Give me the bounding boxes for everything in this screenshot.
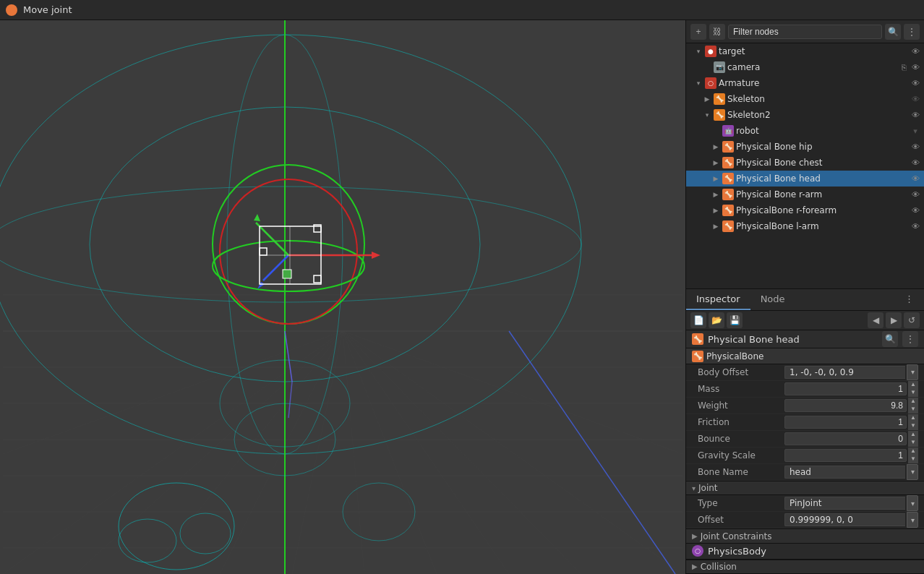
new-script-btn[interactable]: 📄 <box>690 312 706 328</box>
tree-item-target[interactable]: ▾ ● target 👁 <box>686 43 924 59</box>
tab-more[interactable]: ⋮ <box>894 289 924 310</box>
body-offset-dropdown[interactable]: ▾ <box>907 364 918 380</box>
camera-label: camera <box>727 62 898 72</box>
mass-input[interactable] <box>784 382 907 395</box>
save-script-btn[interactable]: 💾 <box>727 312 743 328</box>
weight-input[interactable] <box>784 399 907 412</box>
physicalbone-section-icon: 🦴 <box>692 351 703 362</box>
inspector-toolbar: 📄 📂 💾 ◀ ▶ ↺ <box>686 311 924 330</box>
expand-bone-hip[interactable]: ▶ <box>711 142 720 151</box>
tree-item-skeleton[interactable]: ▶ 🦴 Skeleton 👁 <box>686 91 924 107</box>
friction-down[interactable]: ▼ <box>908 422 918 430</box>
expand-bone-head[interactable]: ▶ <box>711 174 720 183</box>
expand-target[interactable]: ▾ <box>694 47 703 56</box>
bone-rforearm-visibility[interactable]: 👁 <box>910 205 921 216</box>
camera-visibility[interactable]: 👁 <box>910 61 921 73</box>
tree-item-skeleton2[interactable]: ▾ 🦴 Skeleton2 👁 <box>686 107 924 123</box>
bone-hip-visibility[interactable]: 👁 <box>910 141 921 153</box>
expand-bone-rarm[interactable]: ▶ <box>711 190 720 199</box>
property-mass: Mass ▲ ▼ <box>686 381 924 398</box>
tree-item-robot[interactable]: 🤖 robot ▾ <box>686 123 924 139</box>
link-node-button[interactable]: ⛓ <box>709 24 725 40</box>
viewport-canvas <box>0 20 685 574</box>
bone-rforearm-label: PhysicalBone r-forearm <box>736 205 910 215</box>
tab-node[interactable]: Node <box>750 289 795 310</box>
tree-item-bone-rforearm[interactable]: ▶ 🦴 PhysicalBone r-forearm 👁 <box>686 202 924 218</box>
gravity-scale-arrows: ▲ ▼ <box>908 447 918 463</box>
tree-item-bone-rarm[interactable]: ▶ 🦴 Physical Bone r-arm 👁 <box>686 187 924 202</box>
expand-bone-larm[interactable]: ▶ <box>711 222 720 231</box>
collision-divider[interactable]: ▶ Collision <box>686 560 924 574</box>
skeleton-visibility[interactable]: 👁 <box>910 93 921 105</box>
filter-input[interactable] <box>728 25 882 39</box>
armature-visibility[interactable]: 👁 <box>910 77 921 89</box>
options-button[interactable]: ⋮ <box>904 24 920 40</box>
bone-name-dropdown[interactable]: ▾ <box>907 464 918 480</box>
weight-down[interactable]: ▼ <box>908 406 918 414</box>
bounce-down[interactable]: ▼ <box>908 439 918 447</box>
friction-arrows: ▲ ▼ <box>908 414 918 430</box>
gravity-scale-up[interactable]: ▲ <box>908 447 918 455</box>
bone-larm-icon: 🦴 <box>722 220 734 232</box>
bounce-up[interactable]: ▲ <box>908 431 918 439</box>
body-offset-text[interactable]: 1, -0, -0, 0, 0.9 <box>784 366 905 379</box>
mass-up[interactable]: ▲ <box>908 381 918 389</box>
target-visibility[interactable]: 👁 <box>910 46 921 57</box>
bone-head-visibility[interactable]: 👁 <box>910 173 921 184</box>
nav-back-btn[interactable]: ◀ <box>868 312 884 328</box>
offset-dropdown[interactable]: ▾ <box>907 512 918 528</box>
expand-armature[interactable]: ▾ <box>694 79 703 87</box>
tree-item-armature[interactable]: ▾ ○ Armature 👁 <box>686 75 924 91</box>
history-btn[interactable]: ↺ <box>904 312 920 328</box>
bone-hip-icon: 🦴 <box>722 141 734 153</box>
tree-item-bone-chest[interactable]: ▶ 🦴 Physical Bone chest 👁 <box>686 155 924 171</box>
mass-down[interactable]: ▼ <box>908 389 918 397</box>
gravity-scale-input[interactable] <box>784 449 907 462</box>
friction-input[interactable] <box>784 416 907 429</box>
tree-item-camera[interactable]: 📷 camera ⎘ 👁 <box>686 59 924 75</box>
bone-name-select[interactable]: head <box>784 466 905 479</box>
gravity-scale-label: Gravity Scale <box>698 450 784 461</box>
search-button[interactable]: 🔍 <box>885 24 901 40</box>
search-properties-btn[interactable]: 🔍 <box>882 331 898 347</box>
tree-item-bone-hip[interactable]: ▶ 🦴 Physical Bone hip 👁 <box>686 139 924 155</box>
bone-rarm-visibility[interactable]: 👁 <box>910 189 921 200</box>
scene-tree-header: + ⛓ 🔍 ⋮ <box>686 20 924 43</box>
type-dropdown[interactable]: ▾ <box>907 495 918 511</box>
viewport[interactable] <box>0 20 685 574</box>
inspector-section: Inspector Node ⋮ 📄 📂 💾 ◀ ▶ ↺ 🦴 Physical … <box>686 289 924 574</box>
type-select[interactable]: PinJoint <box>784 497 905 510</box>
offset-text[interactable]: 0.999999, 0, 0 <box>784 513 905 526</box>
expand-skeleton2[interactable]: ▾ <box>703 111 711 119</box>
friction-up[interactable]: ▲ <box>908 414 918 422</box>
property-body-offset: Body Offset 1, -0, -0, 0, 0.9 ▾ <box>686 364 924 381</box>
bone-chest-visibility[interactable]: 👁 <box>910 157 921 168</box>
tab-inspector[interactable]: Inspector <box>686 289 750 310</box>
open-script-btn[interactable]: 📂 <box>709 312 724 328</box>
node-options-btn[interactable]: ⋮ <box>902 331 918 347</box>
joint-constraints-label: Joint Constraints <box>701 531 772 541</box>
bone-larm-visibility[interactable]: 👁 <box>910 220 921 232</box>
tree-item-bone-head[interactable]: ▶ 🦴 Physical Bone head 👁 <box>686 171 924 187</box>
robot-visibility[interactable]: ▾ <box>910 125 921 137</box>
nav-forward-btn[interactable]: ▶ <box>886 312 902 328</box>
joint-section-divider[interactable]: ▾ Joint <box>686 481 924 495</box>
skeleton2-label: Skeleton2 <box>727 110 910 120</box>
joint-constraints-divider[interactable]: ▶ Joint Constraints <box>686 528 924 543</box>
inspector-node-header: 🦴 Physical Bone head 🔍 ⋮ <box>686 330 924 348</box>
physicalbone-section-header[interactable]: 🦴 PhysicalBone <box>686 348 924 364</box>
tree-item-bone-larm[interactable]: ▶ 🦴 PhysicalBone l-arm 👁 <box>686 218 924 234</box>
camera-copy[interactable]: ⎘ <box>898 61 910 73</box>
add-node-button[interactable]: + <box>690 24 706 40</box>
physics-body-section: ○ PhysicsBody <box>686 544 924 560</box>
skeleton2-visibility[interactable]: 👁 <box>910 109 921 121</box>
weight-label: Weight <box>698 400 784 411</box>
bounce-label: Bounce <box>698 434 784 444</box>
offset-label: Offset <box>698 515 784 525</box>
expand-skeleton[interactable]: ▶ <box>703 95 711 103</box>
weight-up[interactable]: ▲ <box>908 398 918 406</box>
expand-bone-chest[interactable]: ▶ <box>711 158 720 167</box>
expand-bone-rforearm[interactable]: ▶ <box>711 206 720 215</box>
gravity-scale-down[interactable]: ▼ <box>908 455 918 463</box>
bounce-input[interactable] <box>784 432 907 445</box>
